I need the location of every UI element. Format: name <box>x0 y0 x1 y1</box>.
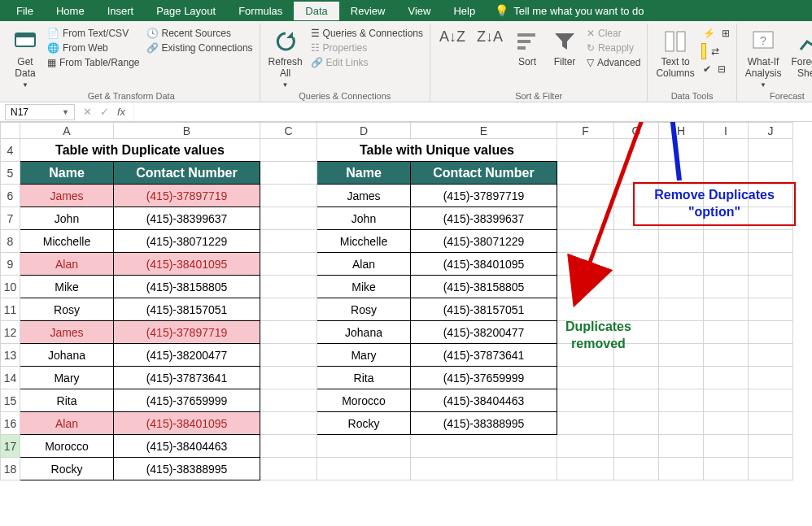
cell[interactable] <box>704 389 749 412</box>
table-cell[interactable]: Rosy <box>317 298 411 321</box>
cell[interactable] <box>614 253 659 276</box>
formula-input[interactable] <box>133 102 812 121</box>
cell[interactable] <box>557 253 614 276</box>
column-header-H[interactable]: H <box>659 123 704 139</box>
tab-view[interactable]: View <box>396 2 442 20</box>
cell[interactable] <box>749 162 793 185</box>
table-cell[interactable]: Rita <box>317 367 411 389</box>
existing-connections-button[interactable]: 🔗Existing Connections <box>145 41 255 54</box>
from-text-csv-button[interactable]: 📄From Text/CSV <box>46 27 142 40</box>
table-cell[interactable]: Rita <box>20 389 114 412</box>
table-cell[interactable]: Mary <box>20 367 114 389</box>
cell[interactable] <box>659 276 704 298</box>
cell[interactable] <box>614 458 659 480</box>
row-header-5[interactable]: 5 <box>1 162 20 185</box>
flash-fill-button[interactable]: ⚡ <box>701 27 717 40</box>
row-header-12[interactable]: 12 <box>1 321 20 344</box>
cell[interactable] <box>260 298 317 321</box>
cell[interactable] <box>614 230 659 253</box>
from-table-range-button[interactable]: ▦From Table/Range <box>46 56 142 69</box>
cell[interactable] <box>557 276 614 298</box>
sort-az-button[interactable]: A↓Z <box>435 27 469 56</box>
row-header-13[interactable]: 13 <box>1 344 20 367</box>
consolidate-button[interactable]: ⊞ <box>720 27 731 40</box>
column-header-C[interactable]: C <box>260 123 317 139</box>
cell[interactable] <box>557 230 614 253</box>
cell[interactable] <box>659 162 704 185</box>
cell[interactable] <box>659 230 704 253</box>
tab-data[interactable]: Data <box>294 2 338 20</box>
table-cell[interactable]: (415)-38401095 <box>114 253 260 276</box>
cell[interactable] <box>749 230 793 253</box>
cell[interactable] <box>557 207 614 230</box>
cell[interactable] <box>749 321 793 344</box>
cell[interactable] <box>557 185 614 207</box>
table-cell[interactable]: (415)-38158805 <box>114 276 260 298</box>
remove-duplicates-button[interactable] <box>701 43 706 59</box>
filter-button[interactable]: Filter <box>548 27 582 69</box>
tab-review[interactable]: Review <box>339 2 397 20</box>
tab-page-layout[interactable]: Page Layout <box>145 2 227 20</box>
cell[interactable] <box>557 458 614 480</box>
cell[interactable] <box>260 344 317 367</box>
cell[interactable] <box>704 321 749 344</box>
table-cell[interactable]: (415)-38404463 <box>411 389 557 412</box>
table-cell[interactable]: Johana <box>317 321 411 344</box>
table-cell[interactable]: Mary <box>317 344 411 367</box>
table-cell[interactable]: Alan <box>317 253 411 276</box>
cell[interactable] <box>260 253 317 276</box>
table-cell[interactable]: (415)-37897719 <box>411 185 557 207</box>
row-header-17[interactable]: 17 <box>1 435 20 458</box>
row-header-4[interactable]: 4 <box>1 139 20 162</box>
cell[interactable] <box>704 253 749 276</box>
cell[interactable] <box>749 253 793 276</box>
row-header-6[interactable]: 6 <box>1 185 20 207</box>
cell[interactable] <box>260 162 317 185</box>
row-header-7[interactable]: 7 <box>1 207 20 230</box>
cell[interactable] <box>614 139 659 162</box>
tab-help[interactable]: Help <box>442 2 487 20</box>
cell[interactable] <box>659 458 704 480</box>
cell[interactable] <box>704 435 749 458</box>
sort-button[interactable]: Sort <box>510 27 544 69</box>
table-cell[interactable]: James <box>20 321 114 344</box>
tab-formulas[interactable]: Formulas <box>227 2 294 20</box>
table-cell[interactable]: (415)-38157051 <box>411 298 557 321</box>
cell[interactable] <box>704 367 749 389</box>
cell[interactable] <box>411 435 557 458</box>
table-cell[interactable]: Alan <box>20 253 114 276</box>
cell[interactable] <box>614 276 659 298</box>
column-header-B[interactable]: B <box>114 123 260 139</box>
cell[interactable] <box>704 412 749 435</box>
table-cell[interactable]: (415)-38399637 <box>114 207 260 230</box>
column-header-D[interactable]: D <box>317 123 411 139</box>
cell[interactable] <box>557 367 614 389</box>
cell[interactable] <box>659 344 704 367</box>
table-cell[interactable]: (415)-37659999 <box>114 389 260 412</box>
table-cell[interactable]: John <box>317 207 411 230</box>
row-header-10[interactable]: 10 <box>1 276 20 298</box>
table-cell[interactable]: Micchelle <box>317 230 411 253</box>
cell[interactable] <box>317 435 411 458</box>
cell[interactable] <box>260 435 317 458</box>
chevron-down-icon[interactable]: ▼ <box>62 108 69 116</box>
cell[interactable] <box>659 298 704 321</box>
cell[interactable] <box>614 162 659 185</box>
tab-insert[interactable]: Insert <box>96 2 146 20</box>
advanced-button[interactable]: ▽Advanced <box>585 56 642 69</box>
table-cell[interactable]: Rocky <box>317 412 411 435</box>
cell[interactable] <box>749 139 793 162</box>
from-web-button[interactable]: 🌐From Web <box>46 41 142 54</box>
column-header-G[interactable]: G <box>614 123 659 139</box>
table-cell[interactable]: (415)-38071229 <box>411 230 557 253</box>
table-cell[interactable]: John <box>20 207 114 230</box>
row-header-14[interactable]: 14 <box>1 367 20 389</box>
cell[interactable] <box>260 367 317 389</box>
fx-icon[interactable]: fx <box>117 106 125 118</box>
cell[interactable] <box>749 298 793 321</box>
cell[interactable] <box>411 458 557 480</box>
cell[interactable] <box>557 435 614 458</box>
cell[interactable] <box>614 367 659 389</box>
table-cell[interactable]: (415)-37897719 <box>114 185 260 207</box>
recent-sources-button[interactable]: 🕓Recent Sources <box>145 27 255 40</box>
